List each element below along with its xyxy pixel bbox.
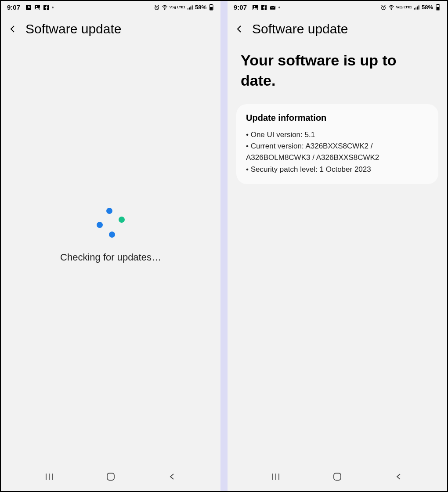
svg-rect-12 bbox=[210, 7, 213, 10]
update-info-card: Update information One UI version: 5.1 C… bbox=[236, 104, 438, 184]
svg-rect-26 bbox=[419, 5, 419, 9]
arrow-icon bbox=[25, 4, 32, 11]
status-left: 9:07 bbox=[234, 4, 280, 11]
facebook-icon bbox=[261, 4, 267, 11]
loading-spinner-icon bbox=[93, 204, 128, 239]
more-dot bbox=[278, 7, 280, 8]
svg-rect-20 bbox=[270, 6, 275, 9]
mail-icon bbox=[270, 4, 276, 11]
card-title: Update information bbox=[246, 113, 429, 123]
status-right: Vo)) LTE1 58% bbox=[380, 4, 441, 11]
back-icon[interactable] bbox=[8, 24, 18, 34]
back-nav-icon[interactable] bbox=[393, 472, 405, 481]
back-nav-icon[interactable] bbox=[166, 472, 178, 481]
svg-rect-16 bbox=[107, 473, 114, 480]
battery-text: 58% bbox=[195, 4, 206, 11]
headline: Your software is up to date. bbox=[236, 47, 438, 104]
gallery-icon bbox=[252, 4, 258, 11]
volte-label: Vo)) LTE1 bbox=[170, 6, 185, 9]
wifi-icon bbox=[162, 4, 168, 11]
svg-rect-33 bbox=[334, 473, 341, 480]
phone-screen-right: 9:07 Vo)) LTE1 58% Software update Your … bbox=[228, 1, 447, 491]
content-area: Checking for updates… bbox=[1, 47, 220, 464]
back-icon[interactable] bbox=[235, 24, 244, 34]
svg-rect-23 bbox=[414, 8, 415, 9]
svg-rect-6 bbox=[188, 8, 188, 9]
signal-icon bbox=[187, 4, 193, 11]
battery-icon bbox=[435, 4, 441, 11]
navigation-bar bbox=[228, 464, 447, 491]
loading-text: Checking for updates… bbox=[60, 252, 161, 263]
alarm-icon bbox=[154, 4, 160, 11]
home-icon[interactable] bbox=[331, 472, 343, 481]
more-dot bbox=[52, 7, 54, 8]
volte-label: Vo)) LTE1 bbox=[396, 6, 412, 9]
info-row-security-patch: Security patch level: 1 October 2023 bbox=[246, 164, 429, 175]
status-bar: 9:07 Vo)) LTE1 58% bbox=[228, 1, 447, 13]
info-row-ui-version: One UI version: 5.1 bbox=[246, 129, 429, 141]
facebook-icon bbox=[43, 4, 49, 11]
navigation-bar bbox=[1, 464, 220, 491]
svg-rect-8 bbox=[190, 6, 191, 9]
svg-point-18 bbox=[254, 6, 255, 7]
page-title: Software update bbox=[25, 22, 121, 36]
svg-rect-25 bbox=[417, 6, 418, 9]
svg-rect-24 bbox=[415, 7, 416, 10]
svg-rect-9 bbox=[192, 5, 193, 9]
content-area: Your software is up to date. Update info… bbox=[228, 47, 447, 464]
svg-point-22 bbox=[391, 8, 392, 9]
status-left: 9:07 bbox=[7, 4, 54, 11]
svg-rect-29 bbox=[437, 7, 439, 10]
battery-text: 58% bbox=[422, 4, 433, 11]
screen-divider bbox=[220, 1, 228, 491]
page-header: Software update bbox=[1, 13, 220, 47]
battery-icon bbox=[208, 4, 214, 11]
recents-icon[interactable] bbox=[270, 472, 282, 481]
info-row-current-version: Current version: A326BXXS8CWK2 / A326BOL… bbox=[246, 141, 429, 164]
status-bar: 9:07 Vo)) LTE1 58% bbox=[1, 1, 220, 13]
signal-icon bbox=[414, 4, 420, 11]
wifi-icon bbox=[388, 4, 394, 11]
page-title: Software update bbox=[252, 22, 348, 36]
svg-point-5 bbox=[164, 8, 165, 9]
svg-point-2 bbox=[36, 6, 37, 7]
page-header: Software update bbox=[228, 13, 447, 47]
status-time: 9:07 bbox=[7, 4, 20, 11]
status-right: Vo)) LTE1 58% bbox=[154, 4, 214, 11]
alarm-icon bbox=[380, 4, 387, 11]
recents-icon[interactable] bbox=[43, 472, 55, 481]
svg-rect-7 bbox=[189, 7, 190, 10]
status-time: 9:07 bbox=[234, 4, 247, 11]
loading-area: Checking for updates… bbox=[10, 47, 212, 464]
phone-screen-left: 9:07 Vo)) LTE1 58% Software update bbox=[1, 1, 220, 491]
gallery-icon bbox=[34, 4, 40, 11]
home-icon[interactable] bbox=[105, 472, 117, 481]
